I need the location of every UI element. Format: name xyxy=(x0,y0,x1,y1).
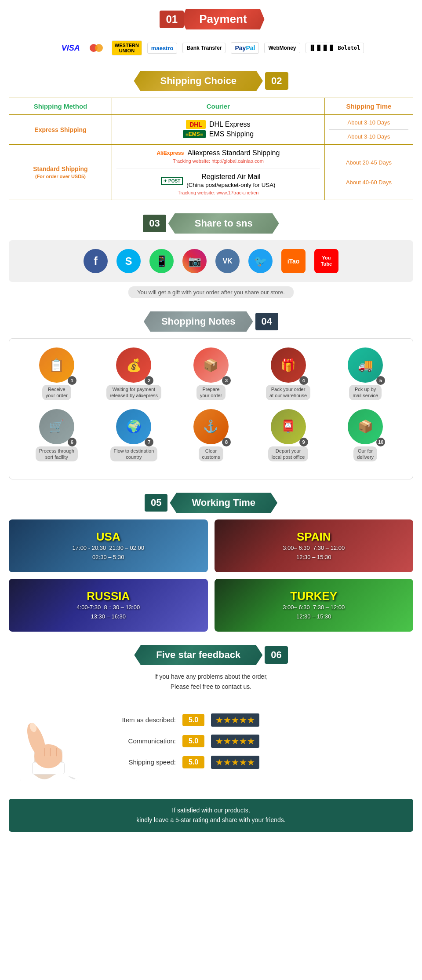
russia-times: 4:00-7:30 8：30 – 13:0013:30 – 16:30 xyxy=(76,603,140,622)
feedback-subtitle: If you have any problems about the order… xyxy=(9,672,413,691)
feedback-content: Item as described: 5.0 ★ ★ ★ ★ ★ Communi… xyxy=(9,700,413,790)
airmail-logo: ✈ POST xyxy=(161,177,183,185)
share-header: 03 Share to sns xyxy=(9,213,413,234)
shipping-section: Shipping Choice 02 Shipping Method Couri… xyxy=(0,66,422,209)
notes-row-1: 📋 1 Receiveyour order 💰 2 Waiting for pa… xyxy=(18,347,404,400)
ems-logo: ≡EMS≡ xyxy=(183,130,206,138)
usa-times: 17:00 - 20:30 21:30 – 02:0002:30 – 5:30 xyxy=(73,544,144,562)
rating-score-1: 5.0 xyxy=(182,714,204,726)
note-item-2: 💰 2 Waiting for paymentreleased by alixe… xyxy=(98,347,169,400)
usa-content: USA 17:00 - 20:30 21:30 – 02:0002:30 – 5… xyxy=(9,519,208,572)
feedback-header: Five star feedback 06 xyxy=(9,645,413,665)
mastercard-icon xyxy=(89,43,106,54)
note-item-8: ⚓ 8 Clearcustoms xyxy=(176,409,246,462)
spain-card: SPAIN 3:00– 6:30 7:30 – 12:0012:30 – 15:… xyxy=(215,519,414,572)
notes-header: Shopping Notes 04 xyxy=(9,311,413,332)
russia-content: RUSSIA 4:00-7:30 8：30 – 13:0013:30 – 16:… xyxy=(9,579,208,632)
ems-name: EMS Shipping xyxy=(209,130,254,138)
usa-card: USA 17:00 - 20:30 21:30 – 02:0002:30 – 5… xyxy=(9,519,208,572)
instagram-icon[interactable]: 📷 xyxy=(182,249,207,273)
notes-number: 04 xyxy=(255,313,278,330)
note-item-3: 📦 3 Prepareyour order xyxy=(176,347,246,400)
turkey-times: 3:00– 6:30 7:30 – 12:0012:30 – 15:30 xyxy=(283,603,345,622)
skype-icon[interactable]: S xyxy=(116,249,141,273)
note-item-4: 🎁 4 Pack your orderat our warehouse xyxy=(253,347,324,400)
youtube-icon[interactable]: YouTube xyxy=(314,249,338,273)
star-icon: ★ xyxy=(223,757,231,768)
bank-transfer-icon: Bank Transfer xyxy=(182,43,226,53)
working-title: Working Time xyxy=(170,493,277,513)
feedback-title: Five star feedback xyxy=(134,645,262,665)
notes-container: 📋 1 Receiveyour order 💰 2 Waiting for pa… xyxy=(9,338,413,479)
share-number: 03 xyxy=(143,215,166,232)
feedback-number: 06 xyxy=(265,646,287,664)
spain-country: SPAIN xyxy=(297,530,331,544)
payment-header: 01 Payment xyxy=(4,9,418,29)
vk-icon[interactable]: VK xyxy=(215,249,240,273)
note-circle-2: 💰 2 xyxy=(116,347,151,383)
maestro-icon: maestro xyxy=(147,43,178,54)
twitter-icon[interactable]: 🐦 xyxy=(248,249,273,273)
rating-label-2: Communication: xyxy=(106,737,176,745)
star-icon: ★ xyxy=(215,757,223,768)
feedback-footer: If satisfied with our products, kindly l… xyxy=(9,799,413,832)
gift-text: You will get a gift with your order afte… xyxy=(128,286,294,298)
note-label-9: Depart yourlocal post office xyxy=(268,446,309,462)
airmail-row: ✈ POST Registered Air Mail(China post/ep… xyxy=(116,173,320,195)
note-item-5: 🚚 5 Pck up bymail service xyxy=(330,347,400,400)
notes-title: Shopping Notes xyxy=(144,311,253,332)
note-label-6: Process throughsort facility xyxy=(36,446,78,462)
note-item-7: 🌍 7 Flow to destinationcountry xyxy=(98,409,169,462)
turkey-country: TURKEY xyxy=(290,589,337,603)
rating-row-3: Shipping speed: 5.0 ★ ★ ★ ★ ★ xyxy=(106,756,413,769)
note-label-3: Prepareyour order xyxy=(196,385,226,400)
star-icon: ★ xyxy=(223,715,231,725)
russia-card: RUSSIA 4:00-7:30 8：30 – 13:0013:30 – 16:… xyxy=(9,579,208,632)
itao-icon[interactable]: iTao xyxy=(281,249,306,273)
star-icon: ★ xyxy=(223,736,231,746)
table-row: Standard Shipping(For order over USD5) A… xyxy=(9,145,413,200)
shipping-title: Shipping Choice xyxy=(134,71,263,91)
col-time: Shipping Time xyxy=(324,98,413,115)
webmoney-icon: WebMoney xyxy=(264,43,300,53)
working-header: 05 Working Time xyxy=(9,493,413,513)
note-label-1: Receiveyour order xyxy=(42,385,71,400)
whatsapp-icon[interactable]: 📱 xyxy=(149,249,174,273)
note-circle-7: 🌍 7 xyxy=(116,409,151,444)
rating-label-3: Shipping speed: xyxy=(106,758,176,766)
ali-time: About 20-45 Days xyxy=(329,159,408,166)
usa-country: USA xyxy=(96,530,120,544)
star-icon: ★ xyxy=(231,715,239,725)
note-label-2: Waiting for paymentreleased by alixepres… xyxy=(106,385,161,400)
table-header-row: Shipping Method Courier Shipping Time xyxy=(9,98,413,115)
airmail-time: About 40-60 Days xyxy=(329,179,408,186)
airmail-name: Registered Air Mail(China post/epacket-o… xyxy=(186,173,275,189)
table-row: Express Shipping DHL DHL Express ≡EMS≡ E… xyxy=(9,115,413,145)
spain-times: 3:00– 6:30 7:30 – 12:0012:30 – 15:30 xyxy=(283,544,345,562)
turkey-content: TURKEY 3:00– 6:30 7:30 – 12:0012:30 – 15… xyxy=(215,579,414,632)
dhl-time: About 3-10 Days xyxy=(329,119,408,126)
payment-icons-container: VISA WESTERNUNION maestro Bank Transfer … xyxy=(4,36,418,60)
rating-label-1: Item as described: xyxy=(106,716,176,724)
col-method: Shipping Method xyxy=(9,98,112,115)
star-icon: ★ xyxy=(247,757,255,768)
note-label-10: Our fordelivery xyxy=(353,446,377,462)
dhl-row: DHL DHL Express xyxy=(116,120,320,129)
payment-title: Payment xyxy=(182,9,264,29)
airmail-tracking: Tracking website: www.17track.net/en xyxy=(116,190,320,195)
ali-tracking: Tracking website: http://global.cainiao.… xyxy=(116,158,320,164)
note-circle-9: 📮 9 xyxy=(271,409,306,444)
thumbs-up-image xyxy=(9,700,97,790)
visa-icon: VISA xyxy=(58,42,84,55)
note-label-8: Clearcustoms xyxy=(199,446,224,462)
stars-badge-1: ★ ★ ★ ★ ★ xyxy=(211,713,259,727)
ali-name: Aliexpress Standard Shipping xyxy=(187,149,280,157)
rating-row-1: Item as described: 5.0 ★ ★ ★ ★ ★ xyxy=(106,713,413,727)
share-title: Share to sns xyxy=(168,213,279,234)
star-icon: ★ xyxy=(247,715,255,725)
payment-number: 01 xyxy=(160,11,184,28)
note-item-1: 📋 1 Receiveyour order xyxy=(22,347,92,400)
facebook-icon[interactable]: f xyxy=(84,249,108,273)
spain-content: SPAIN 3:00– 6:30 7:30 – 12:0012:30 – 15:… xyxy=(215,519,414,572)
note-label-4: Pack your orderat our warehouse xyxy=(266,385,310,400)
